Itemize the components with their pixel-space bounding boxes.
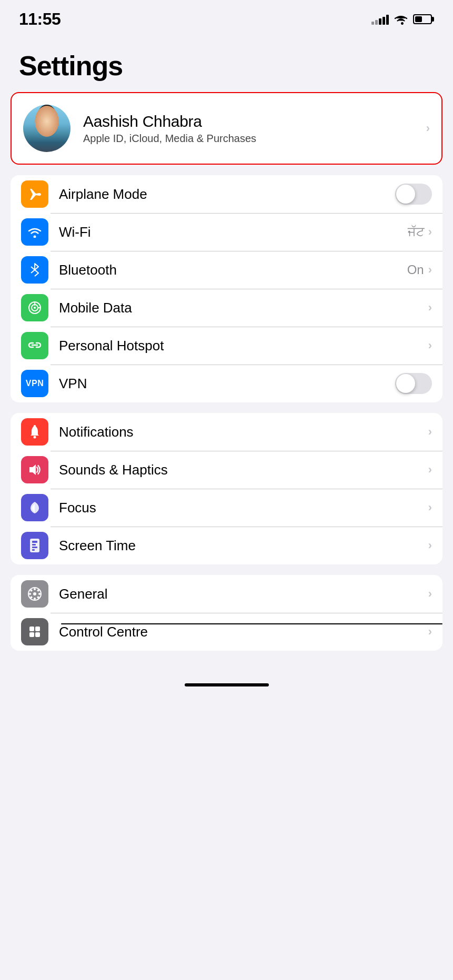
profile-card[interactable]: Aashish Chhabra Apple ID, iCloud, Media … [11, 92, 442, 165]
svg-point-3 [34, 307, 36, 309]
svg-rect-14 [32, 549, 35, 551]
personal-hotspot-label: Personal Hotspot [59, 338, 428, 354]
svg-point-20 [38, 593, 41, 595]
vpn-row[interactable]: VPN VPN [11, 365, 442, 402]
general-row[interactable]: General › [11, 575, 442, 613]
svg-rect-13 [32, 547, 37, 548]
vpn-label: VPN [59, 376, 395, 392]
profile-info: Aashish Chhabra Apple ID, iCloud, Media … [83, 113, 421, 145]
notifications-icon-box [21, 418, 48, 446]
svg-rect-8 [34, 425, 36, 427]
profile-chevron-icon: › [426, 122, 430, 135]
sounds-haptics-icon-box [21, 456, 48, 483]
mobile-data-label: Mobile Data [59, 300, 428, 316]
svg-point-7 [34, 436, 36, 439]
vpn-text: VPN [26, 379, 44, 388]
airplane-mode-row[interactable]: Airplane Mode [11, 175, 442, 213]
notifications-row[interactable]: Notifications › [11, 413, 442, 451]
svg-point-16 [33, 592, 36, 595]
focus-label: Focus [59, 500, 428, 516]
personal-hotspot-icon-box [21, 332, 48, 359]
general-icon-box [21, 580, 48, 608]
general-chevron-icon: › [428, 587, 432, 601]
svg-rect-27 [29, 632, 34, 637]
general-label: General [59, 586, 428, 602]
connectivity-section: Airplane Mode Wi-Fi ਜੱਟ › Bluetooth [11, 175, 442, 402]
personal-hotspot-row[interactable]: Personal Hotspot › [11, 327, 442, 365]
control-centre-icon-box [21, 618, 48, 645]
control-centre-row[interactable]: Control Centre › [11, 613, 442, 651]
control-centre-underline [61, 623, 442, 625]
profile-subtitle: Apple ID, iCloud, Media & Purchases [83, 133, 421, 145]
airplane-mode-icon [21, 180, 48, 208]
screen-time-chevron-icon: › [428, 539, 432, 552]
status-icons [371, 14, 434, 25]
wifi-icon-box [21, 218, 48, 246]
wifi-chevron-icon: › [428, 225, 432, 239]
notifications-label: Notifications [59, 424, 428, 440]
svg-point-0 [34, 236, 36, 238]
svg-rect-28 [35, 632, 40, 637]
control-centre-label: Control Centre [59, 624, 428, 640]
mobile-data-row[interactable]: Mobile Data › [11, 289, 442, 327]
mobile-data-chevron-icon: › [428, 301, 432, 315]
wifi-value: ਜੱਟ [408, 225, 424, 239]
home-indicator [185, 683, 269, 686]
signal-icon [371, 14, 389, 25]
svg-point-23 [31, 597, 33, 599]
bluetooth-label: Bluetooth [59, 262, 407, 278]
svg-point-21 [31, 590, 33, 592]
bluetooth-row[interactable]: Bluetooth On › [11, 251, 442, 289]
svg-point-19 [29, 593, 31, 595]
control-centre-chevron-icon: › [428, 625, 432, 639]
bluetooth-chevron-icon: › [428, 263, 432, 277]
bluetooth-icon-box [21, 256, 48, 284]
wifi-icon [393, 14, 409, 25]
svg-rect-12 [32, 544, 36, 545]
page-title: Settings [0, 34, 453, 92]
svg-point-22 [37, 597, 39, 599]
screen-time-row[interactable]: Screen Time › [11, 527, 442, 564]
sounds-haptics-label: Sounds & Haptics [59, 462, 428, 478]
svg-rect-25 [29, 627, 34, 631]
vpn-icon-box: VPN [21, 370, 48, 397]
sounds-haptics-chevron-icon: › [428, 463, 432, 477]
airplane-mode-label: Airplane Mode [59, 186, 395, 203]
svg-point-18 [34, 598, 36, 600]
personal-hotspot-chevron-icon: › [428, 339, 432, 352]
svg-marker-9 [29, 464, 36, 475]
focus-chevron-icon: › [428, 501, 432, 514]
sounds-haptics-row[interactable]: Sounds & Haptics › [11, 451, 442, 489]
bluetooth-value: On [407, 262, 424, 277]
notifications-chevron-icon: › [428, 425, 432, 439]
svg-point-24 [37, 590, 39, 592]
svg-rect-11 [32, 541, 37, 543]
general-section: General › Control Centre › [11, 575, 442, 651]
screen-time-icon-box [21, 532, 48, 559]
screen-time-label: Screen Time [59, 538, 428, 554]
focus-row[interactable]: Focus › [11, 489, 442, 527]
airplane-mode-toggle[interactable] [395, 184, 432, 205]
profile-name: Aashish Chhabra [83, 113, 421, 130]
mobile-data-icon-box [21, 294, 48, 321]
battery-icon [413, 14, 434, 24]
svg-point-17 [34, 588, 36, 590]
avatar [23, 105, 71, 152]
status-time: 11:55 [19, 9, 61, 29]
system-section: Notifications › Sounds & Haptics › Focus… [11, 413, 442, 564]
status-bar: 11:55 [0, 0, 453, 34]
svg-rect-26 [35, 627, 40, 631]
focus-icon-box [21, 494, 48, 521]
wifi-row[interactable]: Wi-Fi ਜੱਟ › [11, 213, 442, 251]
vpn-toggle[interactable] [395, 373, 432, 394]
home-indicator-area [0, 661, 453, 693]
wifi-label: Wi-Fi [59, 224, 408, 240]
